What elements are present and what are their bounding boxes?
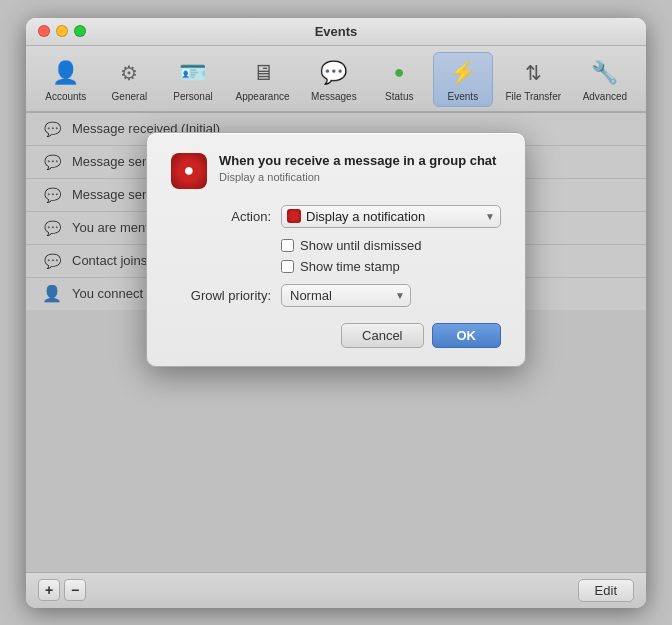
events-label: Events	[448, 91, 479, 102]
toolbar-item-advanced[interactable]: Advanced	[574, 52, 636, 107]
show-until-dismissed-checkbox[interactable]	[281, 239, 294, 252]
checkbox2-label: Show time stamp	[300, 259, 400, 274]
ok-button[interactable]: OK	[432, 323, 502, 348]
toolbar: Accounts General Personal Appearance Mes…	[26, 46, 646, 112]
status-label: Status	[385, 91, 413, 102]
checkbox-row-2: Show time stamp	[281, 259, 501, 274]
checkbox-row-1: Show until dismissed	[281, 238, 501, 253]
edit-button[interactable]: Edit	[578, 579, 634, 602]
window-controls	[38, 25, 86, 37]
filetransfer-label: File Transfer	[505, 91, 561, 102]
toolbar-item-appearance[interactable]: Appearance	[227, 52, 299, 107]
accounts-label: Accounts	[45, 91, 86, 102]
bottom-left-controls: + −	[38, 579, 86, 601]
checkbox1-label: Show until dismissed	[300, 238, 421, 253]
messages-label: Messages	[311, 91, 357, 102]
general-icon	[113, 57, 145, 89]
title-bar: Events	[26, 18, 646, 46]
action-select[interactable]: Display a notification	[281, 205, 501, 228]
window-title: Events	[315, 24, 358, 39]
modal-app-icon: ●	[171, 153, 207, 189]
growl-select-wrapper: Normal Low High ▼	[281, 284, 411, 307]
toolbar-item-messages[interactable]: Messages	[302, 52, 366, 107]
minimize-button[interactable]	[56, 25, 68, 37]
bottom-bar: + − Edit	[26, 572, 646, 608]
general-label: General	[112, 91, 148, 102]
growl-select[interactable]: Normal Low High	[281, 284, 411, 307]
action-select-icon	[287, 209, 301, 223]
show-timestamp-checkbox[interactable]	[281, 260, 294, 273]
advanced-icon	[589, 57, 621, 89]
events-icon	[447, 57, 479, 89]
modal-header-text: When you receive a message in a group ch…	[219, 153, 496, 183]
toolbar-item-accounts[interactable]: Accounts	[36, 52, 96, 107]
main-window: Events Accounts General Personal Appeara…	[26, 18, 646, 608]
add-button[interactable]: +	[38, 579, 60, 601]
growl-label: Growl priority:	[171, 288, 271, 303]
accounts-icon	[50, 57, 82, 89]
toolbar-item-general[interactable]: General	[99, 52, 159, 107]
close-button[interactable]	[38, 25, 50, 37]
action-select-wrapper: Display a notification ▼	[281, 205, 501, 228]
toolbar-item-events[interactable]: Events	[433, 52, 493, 107]
remove-button[interactable]: −	[64, 579, 86, 601]
appearance-icon	[247, 57, 279, 89]
messages-icon	[318, 57, 350, 89]
personal-label: Personal	[173, 91, 212, 102]
toolbar-item-personal[interactable]: Personal	[163, 52, 223, 107]
personal-icon	[177, 57, 209, 89]
status-icon	[383, 57, 415, 89]
checkboxes-group: Show until dismissed Show time stamp	[281, 238, 501, 274]
appearance-label: Appearance	[236, 91, 290, 102]
modal-header: ● When you receive a message in a group …	[171, 153, 501, 189]
action-row: Action: Display a notification ▼	[171, 205, 501, 228]
growl-row: Growl priority: Normal Low High ▼	[171, 284, 501, 307]
action-label: Action:	[171, 209, 271, 224]
modal-overlay: ● When you receive a message in a group …	[26, 112, 646, 572]
modal-buttons: Cancel OK	[171, 323, 501, 348]
toolbar-item-status[interactable]: Status	[369, 52, 429, 107]
filetransfer-icon	[517, 57, 549, 89]
modal-dialog: ● When you receive a message in a group …	[146, 132, 526, 367]
advanced-label: Advanced	[583, 91, 627, 102]
content-area: ● When you receive a message in a group …	[26, 112, 646, 572]
maximize-button[interactable]	[74, 25, 86, 37]
cancel-button[interactable]: Cancel	[341, 323, 423, 348]
modal-subtitle: Display a notification	[219, 171, 496, 183]
modal-title: When you receive a message in a group ch…	[219, 153, 496, 168]
toolbar-item-filetransfer[interactable]: File Transfer	[496, 52, 570, 107]
